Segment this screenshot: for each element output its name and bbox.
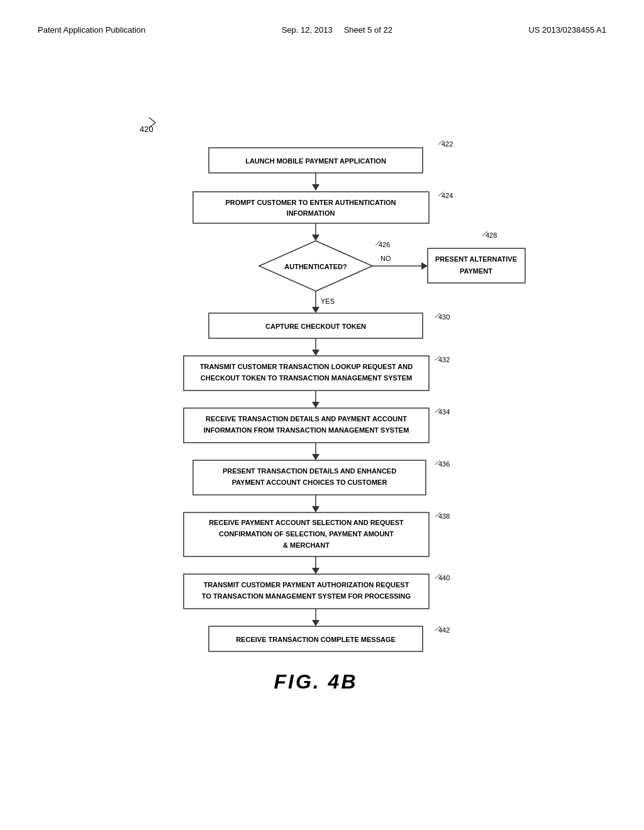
box-434 bbox=[184, 408, 429, 443]
arrowhead-6 bbox=[312, 506, 319, 512]
box-432 bbox=[184, 356, 429, 390]
label-438c: & MERCHANT bbox=[283, 541, 330, 549]
page-header: Patent Application Publication Sep. 12, … bbox=[38, 25, 606, 35]
figure-label: FIG. 4B bbox=[274, 670, 357, 693]
box-440 bbox=[184, 574, 429, 609]
ref-426: 426 bbox=[379, 241, 390, 248]
label-436a: PRESENT TRANSACTION DETAILS AND ENHANCED bbox=[223, 467, 396, 475]
label-436b: PAYMENT ACCOUNT CHOICES TO CUSTOMER bbox=[232, 479, 387, 486]
page: Patent Application Publication Sep. 12, … bbox=[0, 0, 644, 830]
arrowhead-no bbox=[421, 262, 428, 270]
arrowhead-5 bbox=[312, 454, 319, 460]
label-424a: PROMPT CUSTOMER TO ENTER AUTHENTICATION bbox=[226, 199, 396, 206]
arrowhead-yes bbox=[312, 307, 319, 313]
label-430: CAPTURE CHECKOUT TOKEN bbox=[265, 323, 366, 330]
label-434b: INFORMATION FROM TRANSACTION MANAGEMENT … bbox=[204, 426, 409, 434]
diagram: 420 422 LAUNCH MOBILE PAYMENT APPLICATIO… bbox=[38, 72, 606, 764]
label-428b: PAYMENT bbox=[460, 267, 492, 275]
header-sheet: Sheet 5 of 22 bbox=[344, 25, 392, 35]
label-440a: TRANSMIT CUSTOMER PAYMENT AUTHORIZATION … bbox=[204, 581, 409, 589]
ref-430: 430 bbox=[438, 313, 450, 321]
box-436 bbox=[193, 460, 426, 495]
ref-438: 438 bbox=[438, 512, 450, 520]
label-432a: TRANSMIT CUSTOMER TRANSACTION LOOKUP REQ… bbox=[200, 363, 413, 370]
label-424b: INFORMATION bbox=[287, 209, 335, 217]
arrowhead-8 bbox=[312, 620, 319, 626]
label-yes: YES bbox=[321, 297, 335, 305]
arrowhead-2 bbox=[312, 235, 319, 241]
arrowhead-7 bbox=[312, 568, 319, 574]
label-440b: TO TRANSACTION MANAGEMENT SYSTEM FOR PRO… bbox=[202, 592, 411, 600]
ref-440: 440 bbox=[438, 574, 450, 582]
ref-436: 436 bbox=[438, 460, 450, 468]
label-422: LAUNCH MOBILE PAYMENT APPLICATION bbox=[245, 157, 386, 165]
label-442: RECEIVE TRANSACTION COMPLETE MESSAGE bbox=[236, 636, 396, 643]
header-center: Sep. 12, 2013 Sheet 5 of 22 bbox=[282, 25, 392, 35]
box-428 bbox=[428, 248, 525, 283]
arrowhead-3 bbox=[312, 350, 319, 356]
ref-428: 428 bbox=[486, 231, 497, 239]
label-434a: RECEIVE TRANSACTION DETAILS AND PAYMENT … bbox=[206, 415, 407, 423]
label-438a: RECEIVE PAYMENT ACCOUNT SELECTION AND RE… bbox=[209, 519, 404, 526]
arrowhead-4 bbox=[312, 402, 319, 408]
ref-424: 424 bbox=[441, 192, 453, 199]
arrowhead-1 bbox=[312, 184, 319, 191]
box-424 bbox=[193, 192, 429, 223]
ref-422: 422 bbox=[441, 140, 453, 148]
header-left: Patent Application Publication bbox=[38, 25, 145, 35]
label-no: NO bbox=[380, 255, 391, 262]
label-426: AUTHENTICATED? bbox=[284, 263, 347, 270]
flowchart-svg: 420 422 LAUNCH MOBILE PAYMENT APPLICATIO… bbox=[102, 72, 542, 764]
header-date: Sep. 12, 2013 bbox=[282, 25, 333, 35]
header-right: US 2013/0238455 A1 bbox=[528, 25, 606, 35]
label-428a: PRESENT ALTERNATIVE bbox=[435, 255, 517, 263]
ref-432: 432 bbox=[438, 356, 450, 363]
label-438b: CONFIRMATION OF SELECTION, PAYMENT AMOUN… bbox=[219, 530, 394, 538]
label-432b: CHECKOUT TOKEN TO TRANSACTION MANAGEMENT… bbox=[201, 374, 412, 382]
ref-434: 434 bbox=[438, 408, 450, 416]
ref-442: 442 bbox=[438, 626, 450, 634]
